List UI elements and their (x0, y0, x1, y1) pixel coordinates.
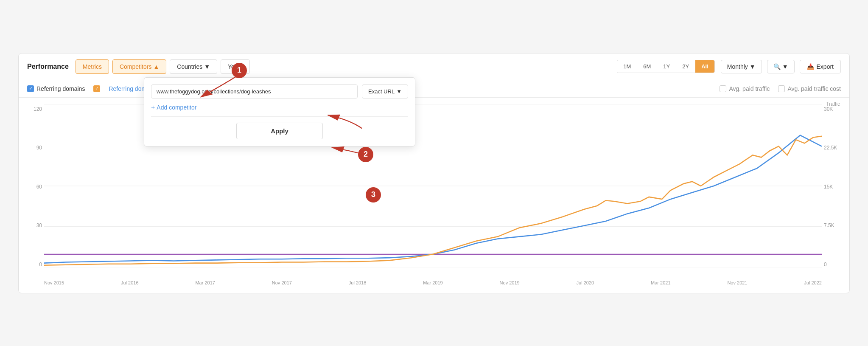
x-label-nov2021: Nov 2021 (727, 280, 747, 285)
time-2y[interactable]: 2Y (676, 60, 695, 73)
avg-paid-traffic-label: Avg. paid traffic (729, 85, 770, 92)
time-1y[interactable]: 1Y (657, 60, 676, 73)
y-label-7k: 7.5K (824, 222, 841, 228)
y-axis-left: 120 90 60 30 0 (27, 106, 42, 267)
avg-paid-traffic-cost-check[interactable]: Avg. paid traffic cost (778, 85, 841, 92)
url-type-dropdown[interactable]: Exact URL ▼ (362, 84, 408, 98)
x-label-jul2022: Jul 2022 (804, 280, 822, 285)
x-label-mar2017: Mar 2017 (195, 280, 215, 285)
referring-domains-check[interactable]: ✓ Referring domains (27, 85, 85, 92)
x-axis-labels: Nov 2015 Jul 2016 Mar 2017 Nov 2017 Jul … (44, 280, 822, 285)
toolbar: Performance Metrics Competitors ▲ Countr… (19, 53, 849, 80)
time-range-group: 1M 6M 1Y 2Y All (617, 60, 715, 73)
page-title: Performance (27, 63, 69, 70)
y-label-15k: 15K (824, 184, 841, 190)
time-all[interactable]: All (695, 60, 714, 73)
add-competitor-button[interactable]: + Add competitor (151, 104, 197, 111)
y-axis-right: 30K 22.5K 15K 7.5K 0 (824, 106, 841, 267)
x-label-jul2016: Jul 2016 (121, 280, 139, 285)
avg-paid-traffic-check[interactable]: Avg. paid traffic (720, 85, 770, 92)
x-label-mar2021: Mar 2021 (651, 280, 670, 285)
annotation-2: 2 (358, 147, 373, 162)
competitor-url-input[interactable] (151, 84, 358, 98)
competitor-input-row: Exact URL ▼ (151, 84, 408, 98)
y-label-30: 30 (27, 222, 42, 228)
x-label-jul2018: Jul 2018 (349, 280, 367, 285)
time-6m[interactable]: 6M (637, 60, 657, 73)
paid-traffic-checkbox (720, 85, 726, 92)
traffic-axis-label: Traffic (826, 101, 840, 107)
orange-checkbox[interactable]: ✓ (93, 85, 100, 92)
competitors-dropdown: Exact URL ▼ + Add competitor Apply (144, 77, 415, 146)
y-label-90: 90 (27, 145, 42, 151)
tab-countries[interactable]: Countries ▼ (170, 59, 217, 74)
monthly-dropdown[interactable]: Monthly ▼ (721, 60, 762, 73)
add-competitor-row: + Add competitor (151, 104, 408, 117)
y-label-120: 120 (27, 106, 42, 112)
annotation-1: 1 (232, 63, 247, 78)
metrics-row: ✓ Referring domains ✓ Referring domains … (19, 80, 849, 98)
x-label-nov2015: Nov 2015 (44, 280, 64, 285)
main-container: Performance Metrics Competitors ▲ Countr… (18, 53, 850, 293)
tab-metrics[interactable]: Metrics (76, 59, 109, 74)
export-button[interactable]: 📥 Export (800, 60, 841, 73)
time-1m[interactable]: 1M (617, 60, 637, 73)
x-label-nov2017: Nov 2017 (272, 280, 292, 285)
paid-traffic-cost-checkbox (778, 85, 785, 92)
y-label-0: 0 (27, 262, 42, 267)
x-label-mar2019: Mar 2019 (423, 280, 442, 285)
avg-paid-traffic-cost-label: Avg. paid traffic cost (787, 85, 841, 92)
apply-button[interactable]: Apply (236, 123, 323, 139)
y-label-22k: 22.5K (824, 145, 841, 151)
y-label-60: 60 (27, 184, 42, 190)
annotation-3: 3 (366, 187, 381, 203)
y-label-30k: 30K (824, 106, 841, 112)
x-label-jul2020: Jul 2020 (577, 280, 594, 285)
y-label-0r: 0 (824, 262, 841, 267)
search-button[interactable]: 🔍 ▼ (767, 60, 795, 73)
tab-competitors[interactable]: Competitors ▲ (112, 59, 166, 74)
x-label-nov2019: Nov 2019 (500, 280, 520, 285)
chart-area: 120 90 60 30 0 30K 22.5K 15K 7.5K 0 Traf… (19, 98, 849, 293)
referring-domains-label: Referring domains (36, 85, 85, 92)
apply-row: Apply (151, 123, 408, 139)
blue-checkbox: ✓ (27, 85, 34, 92)
